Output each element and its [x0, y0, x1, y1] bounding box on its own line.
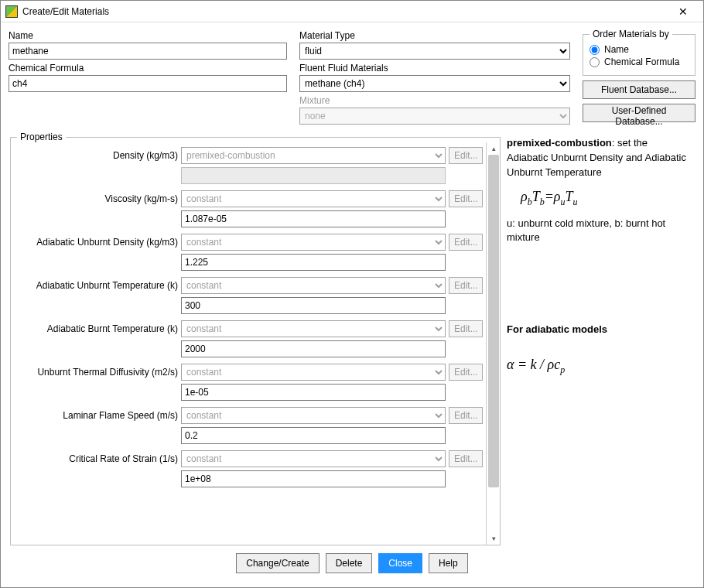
- delete-button[interactable]: Delete: [326, 553, 373, 573]
- prop-label: Critical Rate of Strain (1/s): [19, 453, 181, 464]
- prop-value[interactable]: [181, 470, 446, 487]
- change-create-button[interactable]: Change/Create: [236, 553, 319, 573]
- close-button[interactable]: Close: [378, 553, 422, 573]
- prop-method[interactable]: constant: [181, 234, 446, 251]
- edit-button[interactable]: Edit...: [449, 450, 483, 467]
- order-chem-label: Chemical Formula: [604, 56, 679, 67]
- note-ub: u: unburnt cold mixture, b: burnt hot mi…: [507, 217, 688, 246]
- order-chem-row[interactable]: Chemical Formula: [590, 56, 689, 67]
- titlebar: Create/Edit Materials ✕: [1, 1, 703, 22]
- prop-value[interactable]: [181, 340, 446, 357]
- properties-group: Properties Density (kg/m3) premixed-comb…: [10, 132, 501, 545]
- prop-label: Unburnt Thermal Diffusivity (m2/s): [19, 367, 181, 378]
- edit-button[interactable]: Edit...: [449, 234, 483, 251]
- prop-value[interactable]: [181, 254, 446, 271]
- order-name-row[interactable]: Name: [590, 44, 689, 55]
- scrollbar[interactable]: ▴ ▾: [486, 142, 500, 545]
- fluent-fluid-select[interactable]: methane (ch4): [299, 75, 570, 92]
- scroll-up-icon[interactable]: ▴: [487, 142, 500, 155]
- prop-value[interactable]: [181, 210, 446, 227]
- chem-formula-label: Chemical Formula: [9, 63, 287, 74]
- dialog-content: Name Chemical Formula Material Type flui…: [1, 22, 703, 587]
- note-pc-bold: premixed-combustion: [507, 137, 612, 149]
- name-label: Name: [9, 30, 287, 41]
- col-type: Material Type fluid Fluent Fluid Materia…: [299, 29, 570, 127]
- prop-method[interactable]: constant: [181, 364, 446, 381]
- fluent-database-button[interactable]: Fluent Database...: [583, 80, 695, 99]
- properties-list: Density (kg/m3) premixed-combustion Edit…: [11, 142, 486, 545]
- equation-rho-t: ρbTb=ρuTu: [521, 186, 688, 209]
- materials-dialog: Create/Edit Materials ✕ Name Chemical Fo…: [0, 0, 704, 588]
- prop-label: Adiabatic Unburnt Density (kg/m3): [19, 237, 181, 248]
- note-pc: premixed-combustion: set the Adiabatic U…: [507, 136, 688, 180]
- edit-button[interactable]: Edit...: [449, 147, 483, 164]
- order-fieldset: Order Materials by Name Chemical Formula: [583, 29, 695, 76]
- window-title: Create/Edit Materials: [22, 6, 668, 17]
- col-right: Order Materials by Name Chemical Formula…: [583, 29, 695, 127]
- material-type-label: Material Type: [299, 30, 570, 41]
- prop-value[interactable]: [181, 297, 446, 314]
- prop-label: Adiabatic Unburnt Temperature (k): [19, 280, 181, 291]
- scroll-down-icon[interactable]: ▾: [487, 532, 500, 545]
- order-chem-radio[interactable]: [590, 57, 600, 67]
- material-type-select[interactable]: fluid: [299, 43, 570, 60]
- prop-label: Viscosity (kg/m-s): [19, 193, 181, 204]
- prop-label: Density (kg/m3): [19, 150, 181, 161]
- order-name-radio[interactable]: [590, 45, 600, 55]
- edit-button[interactable]: Edit...: [449, 407, 483, 424]
- annotation-panel: premixed-combustion: set the Adiabatic U…: [502, 127, 695, 545]
- prop-label: Adiabatic Burnt Temperature (k): [19, 323, 181, 334]
- dialog-footer: Change/Create Delete Close Help: [9, 545, 695, 584]
- edit-button[interactable]: Edit...: [449, 190, 483, 207]
- close-icon[interactable]: ✕: [668, 1, 699, 22]
- scroll-thumb[interactable]: [488, 155, 499, 487]
- app-icon: [5, 5, 18, 18]
- prop-method[interactable]: premixed-combustion: [181, 147, 446, 164]
- prop-method[interactable]: constant: [181, 450, 446, 467]
- edit-button[interactable]: Edit...: [449, 320, 483, 337]
- prop-method[interactable]: constant: [181, 190, 446, 207]
- prop-label: Laminar Flame Speed (m/s): [19, 410, 181, 421]
- prop-method[interactable]: constant: [181, 320, 446, 337]
- mixture-label: Mixture: [299, 95, 570, 106]
- prop-value[interactable]: [181, 427, 446, 444]
- col-name: Name Chemical Formula: [9, 29, 287, 127]
- mixture-select: none: [299, 108, 570, 125]
- name-field[interactable]: [9, 43, 287, 60]
- order-legend: Order Materials by: [590, 29, 672, 39]
- order-name-label: Name: [604, 44, 629, 55]
- edit-button[interactable]: Edit...: [449, 364, 483, 381]
- note-adiab: For adiabatic models: [507, 323, 688, 337]
- top-row: Name Chemical Formula Material Type flui…: [9, 29, 695, 127]
- prop-value[interactable]: [181, 384, 446, 401]
- prop-method[interactable]: constant: [181, 407, 446, 424]
- chem-formula-field[interactable]: [9, 75, 287, 92]
- properties-legend: Properties: [17, 132, 66, 142]
- edit-button[interactable]: Edit...: [449, 277, 483, 294]
- prop-value: [181, 167, 446, 184]
- prop-method[interactable]: constant: [181, 277, 446, 294]
- help-button[interactable]: Help: [429, 553, 468, 573]
- user-database-button[interactable]: User-Defined Database...: [583, 104, 695, 122]
- fluent-fluid-label: Fluent Fluid Materials: [299, 63, 570, 74]
- prop-row: Density (kg/m3) premixed-combustion Edit…: [19, 147, 483, 164]
- equation-alpha: α = k / ρcp: [507, 354, 688, 377]
